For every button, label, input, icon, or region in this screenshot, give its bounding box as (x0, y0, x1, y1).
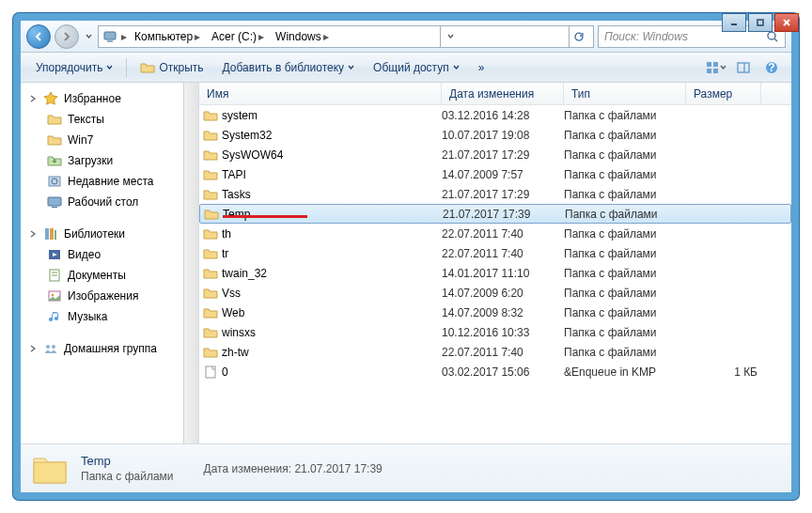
history-dropdown[interactable] (83, 24, 94, 49)
svg-rect-5 (107, 40, 113, 42)
svg-rect-21 (50, 228, 54, 240)
sidebar-scrollbar[interactable] (183, 83, 198, 443)
file-row[interactable]: TAPI14.07.2009 7:57Папка с файлами (199, 164, 791, 184)
sidebar-item-0-4[interactable]: Рабочий стол (21, 192, 198, 212)
maximize-button[interactable] (748, 13, 773, 32)
breadcrumb-drive[interactable]: Acer (C:)▸ (208, 30, 268, 43)
search-placeholder: Поиск: Windows (604, 30, 688, 43)
svg-point-28 (52, 294, 55, 297)
folder-large-icon (30, 449, 70, 489)
sidebar-item-1-0[interactable]: Видео (21, 244, 198, 265)
view-options-button[interactable] (703, 56, 727, 79)
sidebar-group-2[interactable]: Домашняя группа (21, 338, 198, 359)
sidebar-item-0-0[interactable]: Тексты (21, 109, 198, 130)
sidebar-item-0-3[interactable]: Недавние места (21, 171, 198, 192)
body-area: ИзбранноеТекстыWin7ЗагрузкиНедавние мест… (21, 83, 791, 443)
sidebar-item-0-2[interactable]: Загрузки (21, 150, 198, 171)
svg-rect-8 (707, 62, 711, 67)
sidebar-item-1-1[interactable]: Документы (21, 265, 198, 286)
file-row[interactable]: tr22.07.2011 7:40Папка с файлами (199, 243, 791, 263)
svg-line-7 (774, 39, 777, 41)
column-headers: Имя Дата изменения Тип Размер (199, 83, 791, 105)
svg-rect-20 (45, 228, 49, 240)
file-row[interactable]: 003.02.2017 15:06&Enqueue in KMP1 КБ (199, 362, 791, 381)
file-row[interactable]: system03.12.2016 14:28Папка с файлами (199, 105, 791, 125)
svg-rect-19 (52, 207, 57, 208)
file-row[interactable]: Tasks21.07.2017 17:29Папка с файлами (199, 184, 791, 204)
open-button[interactable]: Открыть (133, 56, 211, 79)
breadcrumb-label: Компьютер (134, 30, 193, 43)
svg-point-30 (52, 345, 55, 349)
refresh-button[interactable] (569, 26, 589, 47)
column-type[interactable]: Тип (564, 83, 686, 104)
breadcrumb-label: Acer (C:) (211, 30, 257, 43)
file-row[interactable]: zh-tw22.07.2011 7:40Папка с файлами (199, 342, 791, 362)
close-button[interactable] (774, 13, 799, 32)
file-view: Имя Дата изменения Тип Размер system03.1… (199, 83, 791, 443)
organize-button[interactable]: Упорядочить (28, 57, 120, 78)
address-dropdown[interactable] (440, 26, 461, 47)
preview-pane-button[interactable] (731, 56, 756, 79)
address-bar[interactable]: ▸ Компьютер▸ Acer (C:)▸ Windows▸ (98, 25, 594, 48)
details-pane: Temp Папка с файлами Дата изменения: 21.… (21, 443, 791, 492)
sidebar-item-1-2[interactable]: Изображения (21, 286, 198, 306)
toolbar-separator (126, 58, 127, 77)
details-type: Папка с файлами (81, 470, 174, 483)
svg-rect-31 (206, 366, 215, 378)
svg-text:?: ? (768, 61, 774, 74)
titlebar (722, 13, 799, 36)
sidebar-group-0[interactable]: Избранное (21, 88, 198, 109)
sidebar-group-1[interactable]: Библиотеки (21, 224, 198, 244)
file-row[interactable]: Web14.07.2009 8:32Папка с файлами (199, 303, 791, 322)
breadcrumb-label: Windows (275, 30, 321, 43)
svg-rect-18 (48, 197, 61, 206)
breadcrumb-folder[interactable]: Windows▸ (272, 30, 333, 43)
svg-rect-9 (713, 62, 718, 67)
navigation-pane: ИзбранноеТекстыWin7ЗагрузкиНедавние мест… (21, 83, 199, 443)
sidebar-item-1-3[interactable]: Музыка (21, 306, 198, 327)
folder-open-icon (140, 60, 155, 75)
forward-button[interactable] (55, 24, 79, 49)
svg-rect-1 (757, 20, 763, 25)
file-row[interactable]: System3210.07.2017 19:08Папка с файлами (199, 125, 791, 145)
svg-rect-12 (738, 63, 749, 72)
svg-rect-10 (707, 69, 711, 73)
svg-point-29 (46, 345, 50, 349)
sidebar-item-0-1[interactable]: Win7 (21, 130, 198, 150)
toolbar: Упорядочить Открыть Добавить в библиотек… (21, 53, 791, 83)
explorer-window: ▸ Компьютер▸ Acer (C:)▸ Windows▸ Поиск: … (13, 13, 799, 500)
column-name[interactable]: Имя (199, 83, 442, 104)
add-to-library-button[interactable]: Добавить в библиотеку (215, 57, 363, 78)
file-list[interactable]: system03.12.2016 14:28Папка с файламиSys… (199, 105, 791, 443)
computer-icon (102, 29, 117, 44)
details-meta: Дата изменения: 21.07.2017 17:39 (204, 462, 383, 475)
more-button[interactable]: » (471, 57, 492, 78)
share-button[interactable]: Общий доступ (366, 57, 467, 78)
details-text: Temp Папка с файлами (81, 454, 174, 483)
back-button[interactable] (26, 24, 51, 49)
file-row[interactable]: th22.07.2011 7:40Папка с файлами (199, 224, 791, 243)
column-date[interactable]: Дата изменения (442, 83, 564, 104)
column-size[interactable]: Размер (686, 83, 761, 104)
file-row[interactable]: SysWOW6421.07.2017 17:29Папка с файлами (199, 145, 791, 164)
minimize-button[interactable] (722, 13, 746, 32)
svg-rect-4 (104, 32, 116, 39)
details-name: Temp (81, 454, 174, 468)
svg-rect-11 (713, 69, 718, 73)
file-row[interactable]: winsxs10.12.2016 10:33Папка с файлами (199, 322, 791, 342)
file-row[interactable]: twain_3214.01.2017 11:10Папка с файлами (199, 263, 791, 283)
file-row[interactable]: Temp21.07.2017 17:39Папка с файлами (199, 204, 791, 224)
file-row[interactable]: Vss14.07.2009 6:20Папка с файлами (199, 283, 791, 303)
navigation-row: ▸ Компьютер▸ Acer (C:)▸ Windows▸ Поиск: … (21, 21, 791, 53)
svg-rect-22 (55, 230, 56, 240)
breadcrumb-computer[interactable]: Компьютер▸ (131, 30, 204, 43)
chevron-right-icon: ▸ (121, 30, 127, 43)
help-button[interactable]: ? (759, 56, 784, 79)
